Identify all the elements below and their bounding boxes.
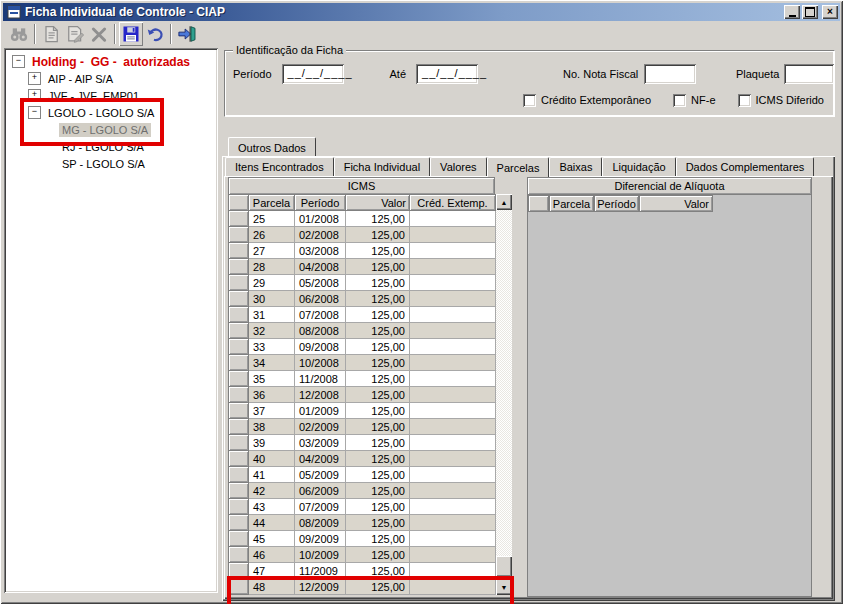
table-row[interactable]: 2804/2008125,00 — [229, 259, 496, 275]
cell-valor[interactable]: 125,00 — [346, 355, 410, 371]
row-selector[interactable] — [229, 243, 249, 259]
table-row[interactable]: 4509/2009125,00 — [229, 531, 496, 547]
cell-parcela[interactable]: 42 — [249, 483, 295, 499]
table-row[interactable]: 4812/2009125,00 — [229, 579, 496, 595]
tree-item-label[interactable]: LGOLO - LGOLO S/A — [45, 106, 157, 120]
cell-valor[interactable]: 125,00 — [346, 227, 410, 243]
cell-cred-extemp[interactable] — [410, 211, 496, 227]
periodo-input[interactable]: __/__/____ — [282, 64, 344, 84]
col-periodo[interactable]: Período — [594, 195, 639, 212]
cell-cred-extemp[interactable] — [410, 579, 496, 595]
row-selector[interactable] — [229, 291, 249, 307]
cell-valor[interactable]: 125,00 — [346, 451, 410, 467]
cell-parcela[interactable]: 29 — [249, 275, 295, 291]
cell-parcela[interactable]: 41 — [249, 467, 295, 483]
cell-cred-extemp[interactable] — [410, 563, 496, 579]
cell-cred-extemp[interactable] — [410, 323, 496, 339]
cell-cred-extemp[interactable] — [410, 515, 496, 531]
cell-valor[interactable]: 125,00 — [346, 307, 410, 323]
cell-valor[interactable]: 125,00 — [346, 515, 410, 531]
row-selector[interactable] — [229, 531, 249, 547]
cell-valor[interactable]: 125,00 — [346, 323, 410, 339]
cell-parcela[interactable]: 38 — [249, 419, 295, 435]
cell-parcela[interactable]: 25 — [249, 211, 295, 227]
table-row[interactable]: 4206/2009125,00 — [229, 483, 496, 499]
table-row[interactable]: 3006/2008125,00 — [229, 291, 496, 307]
table-row[interactable]: 3309/2008125,00 — [229, 339, 496, 355]
table-row[interactable]: 3511/2008125,00 — [229, 371, 496, 387]
row-selector[interactable] — [229, 339, 249, 355]
cell-periodo[interactable]: 11/2008 — [295, 371, 346, 387]
cell-periodo[interactable]: 10/2009 — [295, 547, 346, 563]
table-row[interactable]: 4610/2009125,00 — [229, 547, 496, 563]
checkbox-icon[interactable] — [523, 94, 536, 107]
checkbox-icon[interactable] — [738, 94, 751, 107]
col-parcela[interactable]: Parcela — [549, 195, 594, 212]
cell-periodo[interactable]: 05/2009 — [295, 467, 346, 483]
row-selector[interactable] — [229, 467, 249, 483]
tab-itens-encontrados[interactable]: Itens Encontrados — [225, 157, 334, 176]
cell-cred-extemp[interactable] — [410, 307, 496, 323]
cell-periodo[interactable]: 09/2009 — [295, 531, 346, 547]
table-row[interactable]: 4105/2009125,00 — [229, 467, 496, 483]
tree-item-label[interactable]: AIP - AIP S/A — [45, 72, 116, 86]
exit-button[interactable] — [175, 22, 199, 46]
table-row[interactable]: 3208/2008125,00 — [229, 323, 496, 339]
row-selector[interactable] — [229, 211, 249, 227]
collapse-icon[interactable]: − — [12, 55, 25, 68]
find-button[interactable] — [7, 22, 31, 46]
table-row[interactable]: 4711/2009125,00 — [229, 563, 496, 579]
cell-periodo[interactable]: 07/2009 — [295, 499, 346, 515]
tree-item-label[interactable]: MG - LGOLO S/A — [59, 123, 151, 137]
cell-valor[interactable]: 125,00 — [346, 403, 410, 419]
cell-cred-extemp[interactable] — [410, 339, 496, 355]
table-row[interactable]: 3612/2008125,00 — [229, 387, 496, 403]
cell-valor[interactable]: 125,00 — [346, 467, 410, 483]
cell-valor[interactable]: 125,00 — [346, 291, 410, 307]
cell-cred-extemp[interactable] — [410, 291, 496, 307]
new-button[interactable] — [39, 22, 63, 46]
cell-valor[interactable]: 125,00 — [346, 499, 410, 515]
row-selector[interactable] — [229, 435, 249, 451]
tab-outros-dados[interactable]: Outros Dados — [228, 137, 316, 157]
cell-cred-extemp[interactable] — [410, 483, 496, 499]
cell-valor[interactable]: 125,00 — [346, 435, 410, 451]
cell-cred-extemp[interactable] — [410, 499, 496, 515]
cell-parcela[interactable]: 30 — [249, 291, 295, 307]
tree-item-label[interactable]: RJ - LGOLO S/A — [59, 140, 147, 154]
row-selector[interactable] — [229, 579, 249, 595]
cell-parcela[interactable]: 26 — [249, 227, 295, 243]
cell-parcela[interactable]: 40 — [249, 451, 295, 467]
cell-valor[interactable]: 125,00 — [346, 211, 410, 227]
tab-dados-complementares[interactable]: Dados Complementares — [676, 157, 815, 176]
tab-liquida-o[interactable]: Liquidação — [602, 157, 675, 176]
edit-button[interactable] — [63, 22, 87, 46]
cell-cred-extemp[interactable] — [410, 451, 496, 467]
undo-button[interactable] — [143, 22, 167, 46]
table-row[interactable]: 4004/2009125,00 — [229, 451, 496, 467]
cell-parcela[interactable]: 44 — [249, 515, 295, 531]
cell-cred-extemp[interactable] — [410, 275, 496, 291]
plaqueta-input[interactable] — [784, 64, 834, 84]
cell-periodo[interactable]: 08/2008 — [295, 323, 346, 339]
row-selector[interactable] — [229, 419, 249, 435]
row-selector[interactable] — [229, 307, 249, 323]
cell-parcela[interactable]: 35 — [249, 371, 295, 387]
cell-parcela[interactable]: 28 — [249, 259, 295, 275]
cell-valor[interactable]: 125,00 — [346, 483, 410, 499]
row-selector[interactable] — [229, 563, 249, 579]
cell-cred-extemp[interactable] — [410, 419, 496, 435]
table-row[interactable]: 2905/2008125,00 — [229, 275, 496, 291]
col-cred-extemp[interactable]: Créd. Extemp. — [410, 195, 496, 211]
minimize-button[interactable] — [784, 5, 800, 19]
cell-cred-extemp[interactable] — [410, 259, 496, 275]
cell-cred-extemp[interactable] — [410, 371, 496, 387]
table-row[interactable]: 3802/2009125,00 — [229, 419, 496, 435]
cell-periodo[interactable]: 02/2009 — [295, 419, 346, 435]
cell-periodo[interactable]: 03/2009 — [295, 435, 346, 451]
cell-periodo[interactable]: 05/2008 — [295, 275, 346, 291]
row-selector[interactable] — [229, 275, 249, 291]
row-selector[interactable] — [229, 515, 249, 531]
cell-valor[interactable]: 125,00 — [346, 259, 410, 275]
row-selector[interactable] — [229, 227, 249, 243]
